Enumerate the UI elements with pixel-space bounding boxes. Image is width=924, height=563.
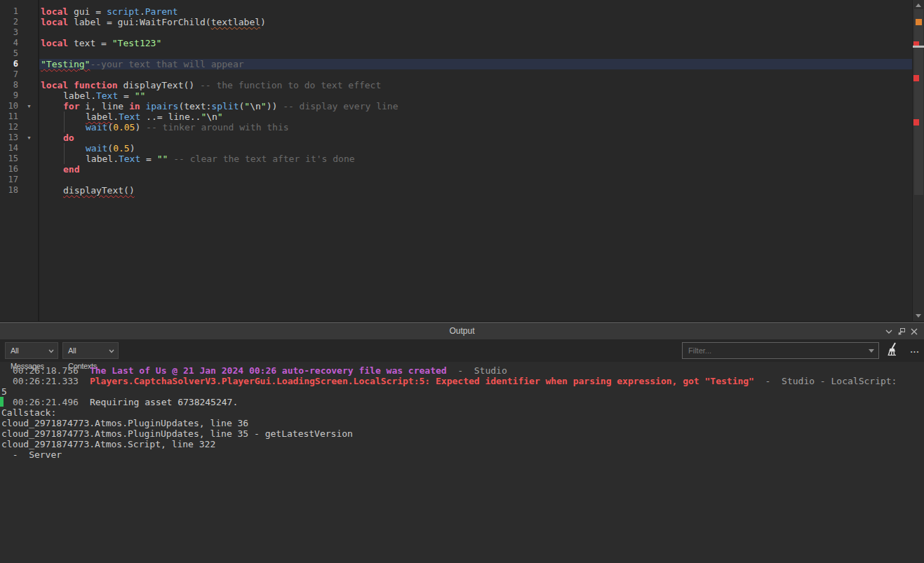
log-row[interactable]: 5 — [0, 386, 924, 397]
code-line-18[interactable]: 18displayText() — [0, 185, 912, 196]
code-line-14[interactable]: 14wait(0.5) — [0, 143, 912, 154]
dock-window-icon[interactable] — [897, 327, 906, 336]
contexts-filter-dropdown[interactable]: All Contexts — [62, 342, 119, 359]
code-lines-container[interactable]: 1local gui = script.Parent2local label =… — [0, 0, 912, 321]
code-token: \n — [250, 101, 261, 111]
log-row[interactable]: 00:26:18.756The Last of Us @ 21 Jan 2024… — [0, 365, 924, 376]
code-token: \n — [206, 111, 217, 122]
messages-filter-dropdown[interactable]: All Messages — [5, 342, 58, 359]
log-message: cloud_2971874773.Atmos.Script, line 322 — [0, 439, 215, 449]
code-line-6[interactable]: 6"Testing"--your text that will appear — [0, 59, 912, 69]
chevron-down-icon[interactable] — [869, 349, 874, 353]
code-line-15[interactable]: 15label.Text = "" -- clear the text afte… — [0, 154, 912, 164]
code-token: local — [41, 17, 68, 27]
code-text[interactable]: wait(0.5) — [86, 143, 135, 154]
line-number: 3 — [0, 27, 18, 38]
code-text[interactable]: local text = "Test123" — [41, 38, 161, 48]
log-row[interactable]: 00:26:21.333Players.CaptchaSolverV3.Play… — [0, 376, 924, 386]
scrollbar-error-marker — [913, 75, 919, 81]
chevron-down-icon[interactable] — [885, 327, 893, 336]
code-line-2[interactable]: 2local label = gui:WaitForChild(textlabe… — [0, 17, 912, 27]
code-token: " — [244, 101, 250, 111]
code-text[interactable]: displayText() — [63, 185, 135, 196]
code-line-13[interactable]: 13▼do — [0, 133, 912, 143]
code-token: 0.5 — [113, 143, 129, 154]
line-number: 5 — [0, 48, 18, 59]
code-text[interactable]: for i, line in ipairs(text:split("\n")) … — [63, 101, 399, 111]
code-text[interactable]: label.Text ..= line.."\n" — [86, 111, 223, 122]
code-text[interactable]: do — [63, 133, 74, 143]
log-row[interactable]: - Server — [0, 449, 924, 460]
code-token: = — [140, 154, 156, 164]
code-text[interactable]: label.Text = "" -- clear the text after … — [86, 154, 355, 164]
line-number: 15 — [0, 154, 18, 164]
code-token: "" — [135, 90, 146, 101]
output-filter-field[interactable] — [682, 342, 879, 359]
code-token: label. — [63, 90, 96, 101]
line-number: 16 — [0, 164, 18, 175]
output-titlebar[interactable]: Output — [0, 323, 924, 339]
code-token: Text — [119, 111, 140, 122]
code-token: ( — [107, 143, 113, 154]
close-icon[interactable] — [910, 327, 918, 336]
code-token: -- clear the text after it's done — [173, 154, 354, 164]
code-token: 0.05 — [113, 122, 135, 133]
line-number: 10 — [0, 101, 18, 111]
code-token: label. — [86, 154, 119, 164]
code-line-5[interactable]: 5 — [0, 48, 912, 59]
code-line-3[interactable]: 3 — [0, 27, 912, 38]
code-fold-arrow-icon[interactable]: ▼ — [27, 101, 35, 111]
more-options-button[interactable]: ... — [907, 339, 923, 360]
code-line-9[interactable]: 9label.Text = "" — [0, 90, 912, 101]
line-number: 1 — [0, 6, 18, 17]
indent-guide — [64, 111, 65, 122]
search-filter-input[interactable] — [683, 343, 878, 358]
code-line-8[interactable]: 8local function displayText() -- the fun… — [0, 80, 912, 90]
code-line-11[interactable]: 11label.Text ..= line.."\n" — [0, 111, 912, 122]
code-token: label — [86, 111, 113, 122]
line-number: 14 — [0, 143, 18, 154]
code-token: local function — [41, 80, 118, 90]
code-fold-arrow-icon[interactable]: ▼ — [27, 133, 35, 143]
code-line-16[interactable]: 16end — [0, 164, 912, 175]
code-token: "Testing" — [41, 59, 90, 69]
scroll-up-arrow-icon[interactable] — [916, 4, 921, 7]
log-row[interactable]: cloud_2971874773.Atmos.Script, line 322 — [0, 439, 924, 449]
code-line-1[interactable]: 1local gui = script.Parent — [0, 6, 912, 17]
code-text[interactable]: local label = gui:WaitForChild(textlabel… — [41, 17, 266, 27]
code-token: " — [261, 101, 267, 111]
code-line-4[interactable]: 4local text = "Test123" — [0, 38, 912, 48]
code-token: end — [63, 164, 79, 175]
output-log[interactable]: 00:26:18.756The Last of Us @ 21 Jan 2024… — [0, 362, 924, 563]
code-line-7[interactable]: 7 — [0, 69, 912, 80]
line-number: 8 — [0, 80, 18, 90]
code-line-17[interactable]: 17 — [0, 175, 912, 185]
clear-output-button[interactable] — [885, 341, 903, 360]
scrollbar-thumb[interactable] — [914, 9, 923, 195]
editor-vertical-scrollbar[interactable] — [912, 0, 924, 321]
code-line-12[interactable]: 12wait(0.05) -- tinker around with this — [0, 122, 912, 133]
code-text[interactable]: "Testing"--your text that will appear — [41, 59, 244, 69]
code-token: local — [41, 6, 68, 17]
code-line-10[interactable]: 10▼for i, line in ipairs(text:split("\n"… — [0, 101, 912, 111]
log-row[interactable]: 00:26:21.496Requiring asset 6738245247. — [0, 397, 924, 407]
log-row[interactable]: Callstack: — [0, 407, 924, 418]
code-token: (text: — [178, 101, 211, 111]
line-number: 7 — [0, 69, 18, 80]
log-message: cloud_2971874773.Atmos.PluginUpdates, li… — [0, 418, 248, 428]
code-text[interactable]: local function displayText() -- the func… — [41, 80, 381, 90]
scrollbar-warning-marker — [916, 19, 922, 25]
script-editor[interactable]: 1local gui = script.Parent2local label =… — [0, 0, 924, 321]
code-text[interactable]: end — [63, 164, 79, 175]
code-text[interactable]: wait(0.05) -- tinker around with this — [86, 122, 289, 133]
code-text[interactable]: label.Text = "" — [63, 90, 145, 101]
log-row[interactable]: cloud_2971874773.Atmos.PluginUpdates, li… — [0, 418, 924, 428]
code-token: Text — [119, 154, 140, 164]
code-token: "Test123" — [112, 38, 161, 48]
code-token: gui = — [68, 6, 107, 17]
line-number: 11 — [0, 111, 18, 122]
code-token: ipairs — [145, 101, 178, 111]
scroll-down-arrow-icon[interactable] — [916, 314, 921, 318]
code-text[interactable]: local gui = script.Parent — [41, 6, 178, 17]
log-row[interactable]: cloud_2971874773.Atmos.PluginUpdates, li… — [0, 428, 924, 439]
